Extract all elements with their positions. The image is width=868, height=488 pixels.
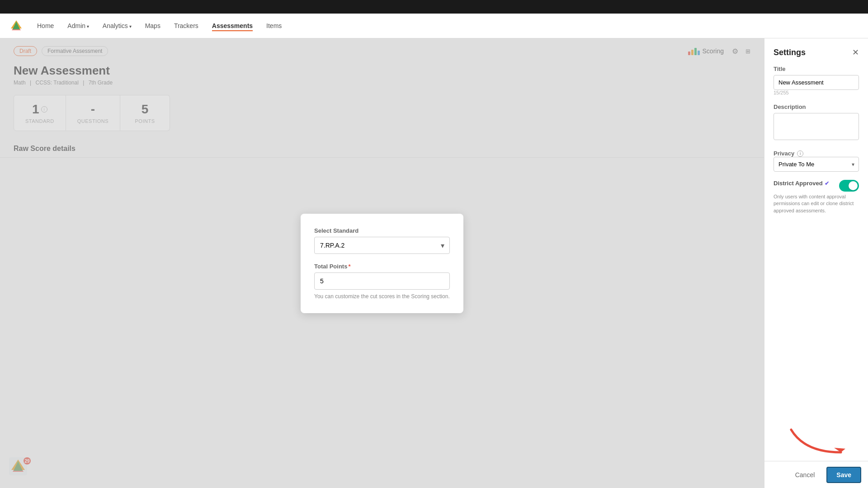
save-button[interactable]: Save [826,467,861,483]
district-approved-toggle[interactable] [839,180,859,192]
district-check-icon: ✔ [825,180,829,187]
standard-select[interactable]: 7.RP.A.2 [314,237,450,254]
district-row: District Approved ✔ [774,180,859,192]
select-standard-field: Select Standard 7.RP.A.2 ▾ [314,227,450,254]
title-field-label: Title [774,66,859,72]
nav-home[interactable]: Home [37,20,54,31]
settings-header: Settings ✕ [774,47,859,57]
nav-assessments[interactable]: Assessments [212,20,253,31]
modal-card: Select Standard 7.RP.A.2 ▾ Total Points*… [301,214,463,313]
cancel-button[interactable]: Cancel [788,468,822,482]
description-label: Description [774,103,859,110]
privacy-select[interactable]: Private To Me Public District [774,157,859,172]
nav-admin[interactable]: Admin [67,20,89,31]
red-arrow-annotation [787,425,859,463]
nav-analytics[interactable]: Analytics [103,20,132,31]
title-input[interactable] [774,75,859,90]
content-area: Draft Formative Assessment Scoring ⚙ ⊞ [0,38,764,488]
main-nav: Home Admin Analytics Maps Trackers Asses… [0,14,868,38]
total-points-label: Total Points* [314,263,450,270]
settings-title: Settings [774,48,806,57]
privacy-info-icon[interactable]: i [797,150,803,157]
svg-marker-7 [834,448,845,452]
select-standard-label: Select Standard [314,227,450,234]
modal-hint: You can customize the cut scores in the … [314,293,450,300]
nav-items[interactable]: Items [266,20,282,31]
district-note: Only users with content approval permiss… [774,193,859,214]
close-button[interactable]: ✕ [852,47,859,57]
description-field: Description [774,103,859,142]
total-points-input[interactable] [314,272,450,290]
main-layout: Draft Formative Assessment Scoring ⚙ ⊞ [0,38,868,488]
settings-panel: Settings ✕ Title 15/255 Description Priv… [764,38,868,488]
save-bar: Cancel Save [764,461,868,488]
standard-select-wrapper: 7.RP.A.2 ▾ [314,237,450,254]
district-label: District Approved ✔ [774,180,829,187]
district-approved-section: District Approved ✔ Only users with cont… [774,180,859,214]
privacy-label: Privacy i [774,150,859,157]
toggle-circle [849,181,858,190]
title-field: Title 15/255 [774,66,859,95]
total-points-field: Total Points* You can customize the cut … [314,263,450,300]
app-logo[interactable] [9,19,24,33]
required-asterisk: * [348,263,350,270]
nav-maps[interactable]: Maps [145,20,160,31]
top-bar [0,0,868,14]
description-textarea[interactable] [774,113,859,140]
char-count: 15/255 [774,90,859,95]
privacy-select-wrapper: Private To Me Public District ▾ [774,157,859,172]
modal-overlay: Select Standard 7.RP.A.2 ▾ Total Points*… [0,38,764,488]
nav-trackers[interactable]: Trackers [174,20,198,31]
privacy-field: Privacy i Private To Me Public District … [774,150,859,172]
